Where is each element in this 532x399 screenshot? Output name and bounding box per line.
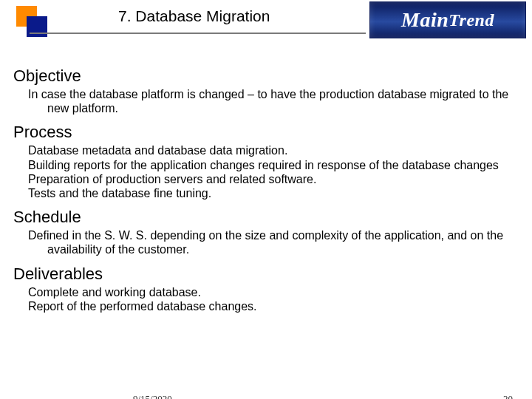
body-line: Preparation of production servers and re…	[47, 172, 516, 186]
slide-title: 7. Database Migration	[118, 7, 270, 25]
section-body: Defined in the S. W. S. depending on the…	[47, 228, 516, 256]
section-heading: Objective	[13, 66, 516, 86]
section-heading: Schedule	[13, 208, 516, 227]
body-line: Report of the performed database changes…	[47, 299, 516, 313]
body-line: Database metadata and database data migr…	[47, 143, 516, 157]
brand-logo: MainTrend	[369, 1, 526, 38]
footer-date: 9/15/2020	[133, 393, 172, 399]
body-line: In case the database platform is changed…	[47, 87, 516, 115]
body-line: Complete and working database.	[47, 285, 516, 299]
section-heading: Process	[13, 123, 516, 142]
section-body: In case the database platform is changed…	[47, 87, 516, 115]
body-line: Tests and the database fine tuning.	[47, 186, 516, 200]
footer-page-number: 20	[503, 393, 513, 399]
header-rule	[30, 33, 366, 34]
section-body: Database metadata and database data migr…	[47, 143, 516, 200]
body-line: Defined in the S. W. S. depending on the…	[47, 228, 516, 256]
logo-text-main: Main	[401, 8, 449, 32]
body-line: Building reports for the application cha…	[47, 158, 516, 172]
slide-header: 7. Database Migration MainTrend	[0, 0, 532, 52]
logo-text-trend: Trend	[449, 10, 494, 30]
slide-content: ObjectiveIn case the database platform i…	[0, 52, 532, 313]
section-heading: Deliverables	[13, 265, 516, 284]
section-body: Complete and working database.Report of …	[47, 285, 516, 313]
